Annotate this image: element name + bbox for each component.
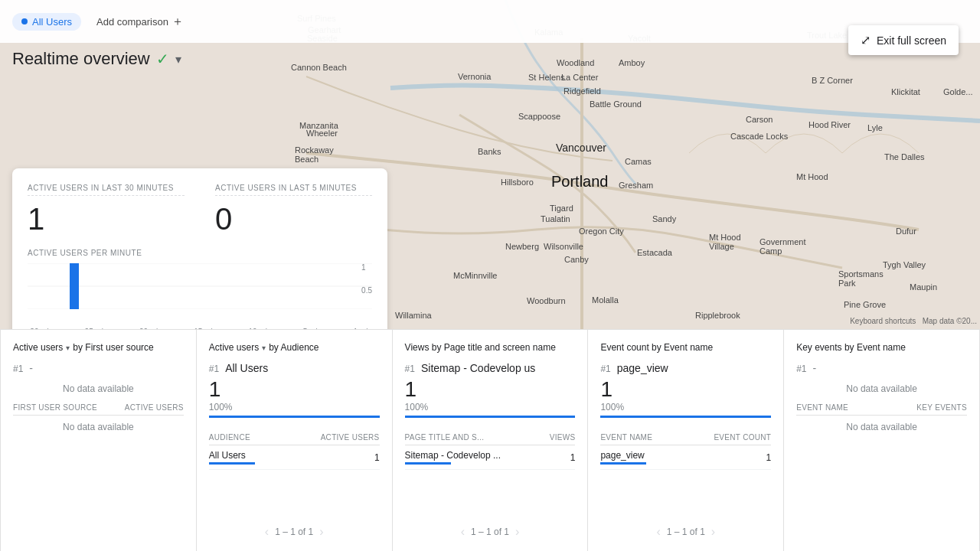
card5-rank: #1 [796,364,806,374]
card4-bar [600,416,771,418]
stat-5min-label: ACTIVE USERS IN LAST 5 MINUTES [215,184,372,196]
card4-rank-label: page_view [617,362,668,374]
card1-no-data-top: No data available [13,383,184,394]
card3-row1-col1: Sitemap - Codevelop ... [405,445,540,470]
card3-row1-col2: 1 [539,445,575,470]
card2-table: AUDIENCE ACTIVE USERS All Users 1 [209,430,380,470]
card3-rank: #1 [405,364,415,374]
table-row: page_view 1 [600,445,771,470]
card4-col2-header: EVENT COUNT [681,430,771,445]
card2-bar-fill [209,416,380,418]
chart-svg [28,263,372,309]
card3-table: PAGE TITLE AND S... VIEWS Sitemap - Code… [405,430,576,470]
page-header: Realtime overview ✓ ▾ [0,43,194,75]
bottom-cards: Active users ▾ by First user source #1 -… [0,329,980,551]
card1-table: FIRST USER SOURCE ACTIVE USERS [13,400,184,416]
card2-value: 1 [209,377,380,402]
card-event-count: Event count by Event name #1 page_view 1… [588,329,784,551]
card4-table: EVENT NAME EVENT COUNT page_view 1 [600,430,771,470]
card4-pagination-text: 1 – 1 of 1 [667,527,705,537]
all-users-chip[interactable]: All Users [12,13,81,31]
stat-30min: ACTIVE USERS IN LAST 30 MINUTES 1 [28,184,185,236]
card2-col2-header: ACTIVE USERS [283,430,379,445]
card-event-count-rank-row: #1 page_view [600,362,771,374]
stats-row: ACTIVE USERS IN LAST 30 MINUTES 1 ACTIVE… [28,184,372,236]
card5-rank-label: - [813,362,817,374]
card2-pagination: ‹ 1 – 1 of 1 › [209,519,380,539]
card-audience: Active users ▾ by Audience #1 All Users … [197,329,393,551]
exit-fullscreen-button[interactable]: ⤢ Exit full screen [848,25,959,55]
card1-rank: #1 [13,364,23,374]
top-bar: All Users Add comparison ＋ [0,0,980,43]
card3-pagination-text: 1 – 1 of 1 [471,527,509,537]
page-title-row: Realtime overview ✓ ▾ [12,49,181,69]
active-users-dropdown-icon[interactable]: ▾ [66,344,70,352]
card3-pct: 100% [405,402,576,412]
card2-rank-label: All Users [225,362,268,374]
card2-row1-col1: All Users [209,445,284,470]
card1-rank-label: - [29,362,33,374]
card2-col1-header: AUDIENCE [209,430,284,445]
card5-no-data-top: No data available [796,383,967,394]
card2-bar [209,416,380,418]
card5-table: EVENT NAME KEY EVENTS [796,400,967,416]
card4-row1-col2: 1 [681,445,771,470]
chart-y-mid: 0.5 [361,286,372,295]
exit-fullscreen-icon: ⤢ [861,33,871,47]
card-first-user-source-title: Active users ▾ by First user source [13,342,184,353]
table-row: All Users 1 [209,445,380,470]
exit-fullscreen-label: Exit full screen [877,34,946,47]
card2-rank: #1 [209,364,219,374]
add-comparison-label: Add comparison [96,16,168,28]
card1-col1-header: FIRST USER SOURCE [13,400,113,416]
card2-prev-button[interactable]: ‹ [265,525,269,539]
chart-y-max: 1 [361,263,372,272]
card1-no-data-bottom: No data available [13,422,184,432]
card3-bar-fill [405,416,576,418]
card3-prev-button[interactable]: ‹ [461,525,465,539]
status-check-icon: ✓ [156,50,169,68]
card4-col1-header: EVENT NAME [600,430,681,445]
card3-bar [405,416,576,418]
all-users-dot [21,18,28,24]
card3-next-button[interactable]: › [515,525,519,539]
page-title-text: Realtime overview [12,49,150,69]
card4-value: 1 [600,377,771,402]
card3-value: 1 [405,377,576,402]
card-audience-rank-row: #1 All Users [209,362,380,374]
card-audience-title: Active users ▾ by Audience [209,342,380,353]
card3-pagination: ‹ 1 – 1 of 1 › [405,519,576,539]
page-title-dropdown-icon[interactable]: ▾ [175,52,181,67]
stat-30min-value: 1 [28,202,185,236]
card5-col1-header: EVENT NAME [796,400,883,416]
card1-col2-header: ACTIVE USERS [113,400,184,416]
add-comparison-button[interactable]: Add comparison ＋ [90,11,190,33]
card-page-title-rank-row: #1 Sitemap - Codevelop us [405,362,576,374]
all-users-label: All Users [32,16,72,28]
card2-row1-col2: 1 [283,445,379,470]
card5-col2-header: KEY EVENTS [883,400,967,416]
card2-pct: 100% [209,402,380,412]
card2-next-button[interactable]: › [319,525,323,539]
card3-rank-label: Sitemap - Codevelop us [421,362,535,374]
chart-area: 1 0.5 [28,263,372,324]
map-attribution: Keyboard shortcuts Map data ©20... [850,317,977,325]
card-first-user-source-rank-row: #1 - [13,362,184,374]
stat-30min-label: ACTIVE USERS IN LAST 30 MINUTES [28,184,185,196]
add-icon: ＋ [172,14,184,30]
stat-5min-value: 0 [215,202,372,236]
active-per-min-label: ACTIVE USERS PER MINUTE [28,249,372,257]
card4-prev-button[interactable]: ‹ [656,525,660,539]
stats-panel: ACTIVE USERS IN LAST 30 MINUTES 1 ACTIVE… [12,168,387,351]
card-first-user-source: Active users ▾ by First user source #1 -… [0,329,197,551]
card-page-title: Views by Page title and screen name #1 S… [393,329,589,551]
active-users2-dropdown-icon[interactable]: ▾ [262,344,266,352]
card-event-count-title: Event count by Event name [600,342,771,353]
card4-pagination: ‹ 1 – 1 of 1 › [600,519,771,539]
card-page-title-title: Views by Page title and screen name [405,342,576,353]
card4-row1-col1: page_view [600,445,681,470]
card4-next-button[interactable]: › [711,525,715,539]
svg-rect-4 [70,263,79,309]
card5-no-data-bottom: No data available [796,422,967,432]
card4-rank: #1 [600,364,610,374]
